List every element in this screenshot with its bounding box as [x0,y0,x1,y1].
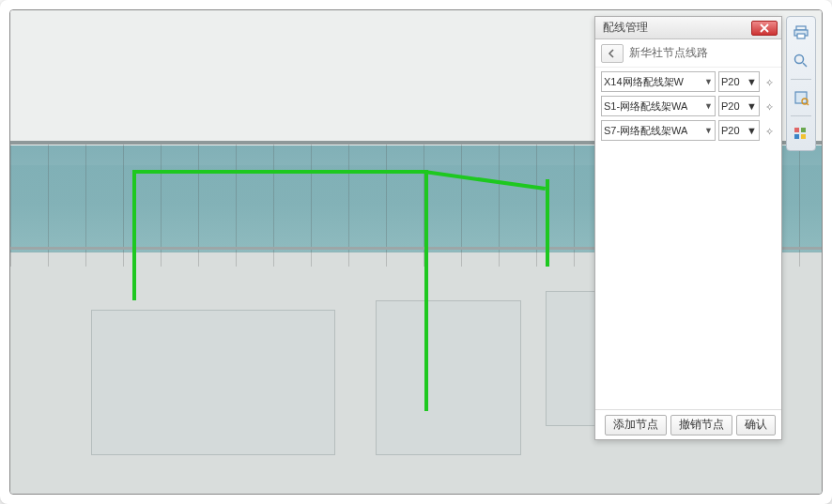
cable-path [132,170,136,300]
link-icon: ⟡ [763,124,776,137]
panel-header[interactable]: 配线管理 [595,17,781,39]
svg-line-7 [807,103,809,105]
node-row: S1-网络配线架WA▼ P20▼ ⟡ [601,96,776,116]
undo-node-button[interactable]: 撤销节点 [670,415,732,435]
node-select[interactable]: S1-网络配线架WA▼ [601,96,716,116]
search-icon [793,53,809,69]
link-icon: ⟡ [763,75,776,88]
toolbar-separator [791,115,811,116]
svg-rect-5 [795,92,807,103]
app-frame: 配线管理 新华社节点线路 X14网络配线架W▼ P20▼ ⟡ S1-网络配线架 [0,0,832,504]
locate-icon [793,89,809,106]
breadcrumb-text: 新华社节点线路 [629,45,708,61]
cable-path [546,179,549,267]
apps-button[interactable] [789,122,813,146]
link-icon: ⟡ [763,99,776,113]
svg-rect-11 [801,134,806,139]
viewport-3d[interactable]: 配线管理 新华社节点线路 X14网络配线架W▼ P20▼ ⟡ S1-网络配线架 [9,9,823,495]
toolbar-separator [791,79,811,80]
node-select[interactable]: X14网络配线架W▼ [601,71,716,92]
svg-rect-0 [796,26,806,30]
apps-icon [793,126,809,143]
close-icon [760,23,769,33]
add-node-button[interactable]: 添加节点 [605,415,667,435]
svg-point-3 [795,55,804,64]
cable-path [424,170,428,412]
close-button[interactable] [751,21,778,36]
svg-rect-9 [801,128,806,132]
svg-rect-2 [797,34,805,38]
chevron-down-icon: ▼ [747,76,757,87]
chevron-down-icon: ▼ [747,100,757,112]
locate-button[interactable] [789,85,813,110]
search-button[interactable] [789,49,813,73]
port-select[interactable]: P20▼ [718,96,760,116]
rack-cube [376,300,522,455]
print-icon [793,24,809,41]
wiring-panel: 配线管理 新华社节点线路 X14网络配线架W▼ P20▼ ⟡ S1-网络配线架 [594,16,782,440]
panel-body: X14网络配线架W▼ P20▼ ⟡ S1-网络配线架WA▼ P20▼ ⟡ S7-… [595,68,781,409]
rack-cube [91,310,334,455]
svg-rect-8 [794,128,799,132]
print-button[interactable] [789,21,813,45]
chevron-down-icon: ▼ [747,125,757,136]
chevron-down-icon: ▼ [704,77,713,86]
chevron-down-icon: ▼ [704,101,713,111]
arrow-left-icon [608,49,617,58]
node-select[interactable]: S7-网络配线架WA▼ [601,120,716,141]
cable-path [132,170,424,174]
node-row: X14网络配线架W▼ P20▼ ⟡ [601,71,776,92]
panel-title: 配线管理 [603,20,648,36]
svg-rect-10 [794,134,799,139]
port-select[interactable]: P20▼ [718,120,760,141]
side-toolbar [786,16,816,151]
node-row: S7-网络配线架WA▼ P20▼ ⟡ [601,120,776,141]
svg-line-4 [803,63,807,67]
panel-footer: 添加节点 撤销节点 确认 [595,409,781,439]
confirm-button[interactable]: 确认 [736,415,776,435]
back-button[interactable] [601,44,624,63]
port-select[interactable]: P20▼ [718,71,760,92]
breadcrumb-row: 新华社节点线路 [595,39,781,68]
chevron-down-icon: ▼ [704,126,713,135]
